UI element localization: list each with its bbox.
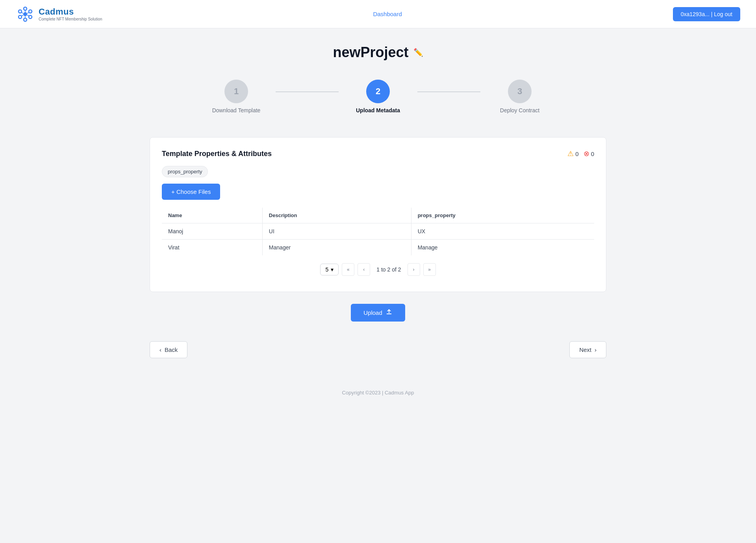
section-title: Template Properties & Attributes: [162, 150, 272, 158]
svg-point-1: [24, 7, 27, 10]
badge-row: ⚠ 0 ⊗ 0: [567, 149, 594, 158]
stepper-label-3: Deploy Contract: [500, 107, 539, 113]
page-info: 1 to 2 of 2: [373, 266, 404, 273]
prev-page-button[interactable]: ‹: [358, 263, 370, 276]
stepper-circle-2: 2: [366, 80, 390, 103]
logo-title: Cadmus: [39, 7, 102, 17]
svg-point-3: [19, 10, 22, 13]
main-card: Template Properties & Attributes ⚠ 0 ⊗ 0…: [150, 137, 606, 292]
error-badge: ⊗ 0: [584, 149, 594, 158]
choose-files-area: + Choose Files: [162, 184, 594, 208]
col-name: Name: [162, 208, 262, 223]
last-page-button[interactable]: »: [423, 263, 436, 276]
table-cell-2: Manage: [411, 240, 594, 256]
logo-subtitle: Complete NFT Membership Solution: [39, 17, 102, 21]
col-description: Description: [262, 208, 411, 223]
upload-button[interactable]: Upload: [351, 304, 405, 322]
svg-line-11: [27, 12, 29, 13]
logo-area: Cadmus Complete NFT Membership Solution: [16, 5, 102, 24]
col-props: props_property: [411, 208, 594, 223]
property-tag: props_property: [162, 166, 208, 177]
next-button[interactable]: Next ›: [569, 341, 606, 358]
dashboard-link[interactable]: Dashboard: [373, 11, 402, 17]
stepper-item-3: 3 Deploy Contract: [480, 80, 559, 113]
chevron-right-icon: ›: [595, 346, 597, 353]
pagination: 5 ▾ « ‹ 1 to 2 of 2 › »: [162, 255, 594, 280]
upload-area: Upload: [150, 300, 606, 329]
svg-line-10: [27, 15, 29, 16]
table-header-row: Name Description props_property: [162, 208, 594, 223]
section-title-row: Template Properties & Attributes ⚠ 0 ⊗ 0: [162, 149, 594, 158]
back-button[interactable]: ‹ Back: [150, 341, 187, 358]
logo-icon: [16, 5, 35, 24]
next-page-button[interactable]: ›: [408, 263, 420, 276]
svg-line-9: [22, 12, 24, 13]
stepper-item-1: 1 Download Template: [197, 80, 276, 113]
warn-badge: ⚠ 0: [567, 149, 578, 158]
bottom-nav: ‹ Back Next ›: [150, 341, 606, 358]
wallet-button[interactable]: 0xa1293a... | Log out: [673, 7, 740, 21]
warn-icon: ⚠: [567, 149, 574, 158]
table-cell-1: UI: [262, 223, 411, 240]
main-content: newProject ✏️ 1 Download Template 2 Uplo…: [142, 28, 614, 382]
table-row: ManojUIUX: [162, 223, 594, 240]
stepper-label-2: Upload Metadata: [356, 107, 400, 113]
table-cell-1: Manager: [262, 240, 411, 256]
chevron-down-icon: ▾: [331, 266, 334, 273]
stepper-label-1: Download Template: [212, 107, 261, 113]
table-cell-2: UX: [411, 223, 594, 240]
chevron-left-icon: ‹: [159, 346, 161, 353]
table-cell-0: Manoj: [162, 223, 262, 240]
svg-rect-13: [386, 314, 391, 314]
stepper-item-2: 2 Upload Metadata: [339, 80, 417, 113]
table-row: ViratManagerManage: [162, 240, 594, 256]
page-title-area: newProject ✏️: [150, 44, 606, 61]
nav: Dashboard: [373, 11, 402, 18]
svg-point-0: [23, 12, 27, 16]
table-cell-0: Virat: [162, 240, 262, 256]
stepper-line-2: [417, 91, 480, 92]
first-page-button[interactable]: «: [342, 263, 354, 276]
data-table: Name Description props_property ManojUIU…: [162, 208, 594, 255]
upload-icon: [385, 309, 393, 317]
header: Cadmus Complete NFT Membership Solution …: [0, 0, 756, 28]
edit-icon[interactable]: ✏️: [413, 48, 423, 57]
choose-files-button[interactable]: + Choose Files: [162, 184, 220, 200]
stepper: 1 Download Template 2 Upload Metadata 3 …: [150, 80, 606, 113]
stepper-circle-3: 3: [508, 80, 532, 103]
table-header: Name Description props_property: [162, 208, 594, 223]
svg-line-12: [22, 15, 24, 16]
footer: Copyright ©2023 | Cadmus App: [0, 382, 756, 404]
page-title: newProject ✏️: [333, 44, 423, 61]
table-body: ManojUIUXViratManagerManage: [162, 223, 594, 256]
svg-point-2: [24, 18, 27, 21]
logo-text: Cadmus Complete NFT Membership Solution: [39, 7, 102, 21]
page-size-select[interactable]: 5 ▾: [320, 264, 339, 275]
stepper-circle-1: 1: [224, 80, 248, 103]
svg-point-6: [29, 15, 32, 19]
svg-point-5: [19, 15, 22, 19]
svg-point-4: [29, 10, 32, 13]
stepper-line-1: [276, 91, 339, 92]
error-icon: ⊗: [584, 149, 589, 158]
